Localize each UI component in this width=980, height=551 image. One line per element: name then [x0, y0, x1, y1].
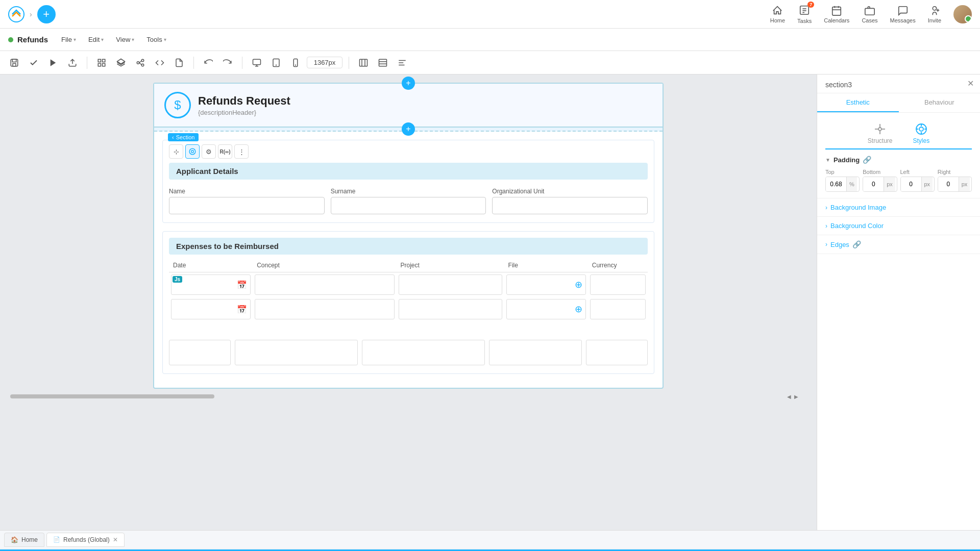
concept-input-2[interactable] — [255, 299, 394, 319]
js-badge: Js — [173, 276, 182, 283]
tasks-badge: 7 — [807, 2, 814, 8]
grid-toggle-button[interactable] — [185, 144, 200, 159]
code-button[interactable] — [152, 55, 168, 71]
bottom-tab-refunds[interactable]: 📄 Refunds (Global) ✕ — [46, 533, 125, 547]
field-name-input[interactable] — [169, 197, 325, 214]
padding-right-input[interactable] — [938, 177, 959, 191]
svg-rect-15 — [13, 63, 16, 66]
add-new-button[interactable]: + — [37, 5, 56, 23]
currency-input-1[interactable] — [590, 274, 646, 295]
layers-button[interactable] — [113, 55, 129, 71]
project-input-1[interactable] — [399, 274, 502, 295]
svg-rect-28 — [253, 59, 261, 65]
tab-behaviour[interactable]: Behaviour — [899, 93, 981, 112]
svg-rect-21 — [103, 63, 105, 66]
more-options-button[interactable]: ⋮ — [234, 144, 249, 159]
edges-section[interactable]: › Edges 🔗 — [817, 235, 980, 254]
user-avatar[interactable] — [953, 5, 972, 23]
add-between-button[interactable]: + — [402, 122, 415, 136]
applicant-details-section: ‹ Section ⊹ ⚙ R(∞) ⋮ Applicant D — [162, 140, 654, 223]
file-input-2[interactable]: ⊕ — [506, 299, 586, 319]
redo-button[interactable] — [219, 55, 236, 71]
form-header: $ Refunds Request {descriptionHeader} — [154, 84, 663, 128]
padding-top-unit: % — [846, 177, 857, 191]
style-tabs: Structure Styles — [817, 113, 980, 148]
layout-rows-button[interactable] — [375, 55, 391, 71]
field-org-input[interactable] — [492, 197, 648, 214]
nav-item-messages[interactable]: Messages — [890, 5, 916, 23]
jsx-button[interactable] — [171, 55, 187, 71]
toolbar-sep-1 — [87, 57, 87, 69]
flow-button[interactable] — [132, 55, 149, 71]
main-layout: + $ Refunds Request {descriptionHeader} … — [0, 74, 980, 530]
section-toolbar: ⊹ ⚙ R(∞) ⋮ — [163, 140, 654, 159]
menu-edit[interactable]: Edit ▾ — [83, 34, 109, 45]
padding-bottom-unit: px — [884, 177, 895, 191]
app-title: Refunds — [17, 35, 48, 44]
svg-point-0 — [9, 7, 24, 22]
app-logo-icon — [8, 6, 24, 22]
menu-view[interactable]: View ▾ — [111, 34, 139, 45]
add-section-top-button[interactable]: + — [402, 77, 415, 90]
field-surname-input[interactable] — [331, 197, 486, 214]
section-label[interactable]: ‹ Section — [168, 133, 199, 141]
canvas-scroll-area: ◀ ▶ — [8, 393, 808, 400]
move-handle-button[interactable]: ⊹ — [169, 144, 183, 159]
padding-bottom-input[interactable] — [863, 177, 884, 191]
tablet-view-button[interactable] — [268, 55, 284, 71]
nav-item-invite[interactable]: Invite — [928, 5, 941, 23]
undo-button[interactable] — [200, 55, 216, 71]
tab-esthetic[interactable]: Esthetic — [817, 93, 899, 112]
date-input-1[interactable]: Js 📅 — [171, 274, 251, 295]
concept-input-1[interactable] — [255, 274, 394, 295]
responsive-button[interactable]: R(∞) — [218, 144, 232, 159]
background-image-section[interactable]: › Background Image — [817, 198, 980, 217]
mobile-view-button[interactable] — [287, 55, 304, 71]
col-currency: Currency — [588, 259, 648, 272]
invite-icon — [929, 5, 940, 16]
calendar-icon: 📅 — [237, 280, 247, 290]
home-tab-icon: 🏠 — [11, 536, 18, 543]
padding-header[interactable]: ▼ Padding 🔗 — [825, 156, 972, 164]
svg-rect-19 — [103, 59, 105, 62]
background-color-section[interactable]: › Background Color — [817, 217, 980, 235]
desktop-view-button[interactable] — [249, 55, 265, 71]
grid-view-button[interactable] — [93, 55, 110, 71]
date-input-2[interactable]: 📅 — [171, 299, 251, 319]
padding-top-input[interactable] — [826, 177, 846, 191]
svg-marker-16 — [51, 59, 56, 66]
tab-close-button[interactable]: ✕ — [113, 536, 118, 543]
canvas-scrollbar[interactable] — [10, 394, 214, 398]
play-button[interactable] — [45, 55, 61, 71]
tab-styles[interactable]: Styles — [903, 119, 940, 148]
save-button[interactable] — [6, 55, 22, 71]
tab-structure[interactable]: Structure — [857, 119, 903, 148]
svg-point-45 — [191, 151, 194, 153]
chevron-down-icon: ▼ — [825, 157, 830, 163]
app-bar: Refunds File ▾ Edit ▾ View ▾ Tools ▾ — [0, 29, 980, 51]
scroll-right-button[interactable]: ▶ — [794, 394, 798, 399]
layout-cols-button[interactable] — [355, 55, 372, 71]
canvas-width-display: 1367px — [307, 57, 342, 68]
nav-item-calendars[interactable]: Calendars — [824, 5, 849, 23]
bottom-tab-home[interactable]: 🏠 Home — [4, 533, 44, 547]
nav-item-tasks[interactable]: 7 Tasks — [797, 5, 812, 24]
menu-tools[interactable]: Tools ▾ — [141, 34, 171, 45]
padding-left-input[interactable] — [901, 177, 921, 191]
file-input-1[interactable]: ⊕ — [506, 274, 586, 295]
check-button[interactable] — [26, 55, 42, 71]
scroll-left-button[interactable]: ◀ — [787, 394, 791, 399]
canvas-area[interactable]: + $ Refunds Request {descriptionHeader} … — [0, 74, 817, 530]
project-input-2[interactable] — [399, 299, 502, 319]
expenses-section: Expenses to be Reimbursed Date Concept P… — [162, 231, 654, 374]
align-button[interactable] — [394, 55, 410, 71]
nav-item-cases[interactable]: Cases — [862, 5, 877, 23]
currency-input-2[interactable] — [590, 299, 646, 319]
export-button[interactable] — [64, 55, 81, 71]
nav-item-home[interactable]: Home — [770, 5, 785, 23]
currency-cell-2 — [588, 297, 648, 321]
field-org-unit: Organizational Unit — [492, 188, 648, 214]
file-cell-1: ⊕ — [504, 272, 588, 297]
menu-file[interactable]: File ▾ — [56, 34, 81, 45]
settings-button[interactable]: ⚙ — [202, 144, 216, 159]
